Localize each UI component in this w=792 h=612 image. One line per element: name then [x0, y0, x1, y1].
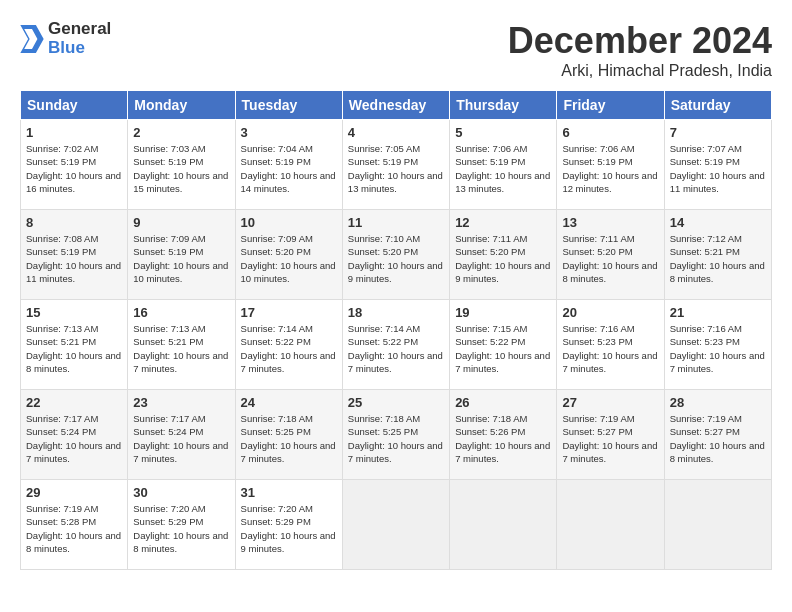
day-number: 23: [133, 395, 229, 410]
day-info: Sunrise: 7:18 AMSunset: 5:25 PMDaylight:…: [348, 412, 444, 465]
day-info: Sunrise: 7:16 AMSunset: 5:23 PMDaylight:…: [670, 322, 766, 375]
header-saturday: Saturday: [664, 91, 771, 120]
day-cell-1: 1Sunrise: 7:02 AMSunset: 5:19 PMDaylight…: [21, 120, 128, 210]
day-cell-8: 8Sunrise: 7:08 AMSunset: 5:19 PMDaylight…: [21, 210, 128, 300]
day-number: 31: [241, 485, 337, 500]
day-number: 3: [241, 125, 337, 140]
day-number: 12: [455, 215, 551, 230]
title-section: December 2024 Arki, Himachal Pradesh, In…: [508, 20, 772, 80]
day-number: 25: [348, 395, 444, 410]
day-info: Sunrise: 7:16 AMSunset: 5:23 PMDaylight:…: [562, 322, 658, 375]
day-cell-14: 14Sunrise: 7:12 AMSunset: 5:21 PMDayligh…: [664, 210, 771, 300]
day-info: Sunrise: 7:19 AMSunset: 5:28 PMDaylight:…: [26, 502, 122, 555]
day-number: 24: [241, 395, 337, 410]
day-cell-23: 23Sunrise: 7:17 AMSunset: 5:24 PMDayligh…: [128, 390, 235, 480]
day-info: Sunrise: 7:17 AMSunset: 5:24 PMDaylight:…: [133, 412, 229, 465]
day-number: 14: [670, 215, 766, 230]
day-cell-20: 20Sunrise: 7:16 AMSunset: 5:23 PMDayligh…: [557, 300, 664, 390]
day-number: 6: [562, 125, 658, 140]
day-info: Sunrise: 7:12 AMSunset: 5:21 PMDaylight:…: [670, 232, 766, 285]
subtitle: Arki, Himachal Pradesh, India: [508, 62, 772, 80]
calendar-header-row: SundayMondayTuesdayWednesdayThursdayFrid…: [21, 91, 772, 120]
day-info: Sunrise: 7:17 AMSunset: 5:24 PMDaylight:…: [26, 412, 122, 465]
calendar-table: SundayMondayTuesdayWednesdayThursdayFrid…: [20, 90, 772, 570]
day-info: Sunrise: 7:14 AMSunset: 5:22 PMDaylight:…: [241, 322, 337, 375]
day-cell-3: 3Sunrise: 7:04 AMSunset: 5:19 PMDaylight…: [235, 120, 342, 210]
page-container: General Blue December 2024 Arki, Himacha…: [20, 20, 772, 570]
day-cell-29: 29Sunrise: 7:19 AMSunset: 5:28 PMDayligh…: [21, 480, 128, 570]
day-info: Sunrise: 7:10 AMSunset: 5:20 PMDaylight:…: [348, 232, 444, 285]
day-number: 20: [562, 305, 658, 320]
header-sunday: Sunday: [21, 91, 128, 120]
day-cell-28: 28Sunrise: 7:19 AMSunset: 5:27 PMDayligh…: [664, 390, 771, 480]
day-cell-19: 19Sunrise: 7:15 AMSunset: 5:22 PMDayligh…: [450, 300, 557, 390]
header-monday: Monday: [128, 91, 235, 120]
day-number: 18: [348, 305, 444, 320]
day-number: 21: [670, 305, 766, 320]
day-info: Sunrise: 7:06 AMSunset: 5:19 PMDaylight:…: [562, 142, 658, 195]
week-row-3: 15Sunrise: 7:13 AMSunset: 5:21 PMDayligh…: [21, 300, 772, 390]
day-number: 9: [133, 215, 229, 230]
week-row-4: 22Sunrise: 7:17 AMSunset: 5:24 PMDayligh…: [21, 390, 772, 480]
day-number: 17: [241, 305, 337, 320]
week-row-2: 8Sunrise: 7:08 AMSunset: 5:19 PMDaylight…: [21, 210, 772, 300]
day-cell-31: 31Sunrise: 7:20 AMSunset: 5:29 PMDayligh…: [235, 480, 342, 570]
day-cell-5: 5Sunrise: 7:06 AMSunset: 5:19 PMDaylight…: [450, 120, 557, 210]
day-cell-15: 15Sunrise: 7:13 AMSunset: 5:21 PMDayligh…: [21, 300, 128, 390]
header-friday: Friday: [557, 91, 664, 120]
day-number: 1: [26, 125, 122, 140]
day-number: 8: [26, 215, 122, 230]
day-number: 29: [26, 485, 122, 500]
day-cell-7: 7Sunrise: 7:07 AMSunset: 5:19 PMDaylight…: [664, 120, 771, 210]
day-info: Sunrise: 7:04 AMSunset: 5:19 PMDaylight:…: [241, 142, 337, 195]
day-info: Sunrise: 7:18 AMSunset: 5:26 PMDaylight:…: [455, 412, 551, 465]
day-cell-27: 27Sunrise: 7:19 AMSunset: 5:27 PMDayligh…: [557, 390, 664, 480]
day-cell-17: 17Sunrise: 7:14 AMSunset: 5:22 PMDayligh…: [235, 300, 342, 390]
day-info: Sunrise: 7:11 AMSunset: 5:20 PMDaylight:…: [562, 232, 658, 285]
logo-general: General: [48, 20, 111, 39]
day-cell-25: 25Sunrise: 7:18 AMSunset: 5:25 PMDayligh…: [342, 390, 449, 480]
day-number: 5: [455, 125, 551, 140]
day-cell-6: 6Sunrise: 7:06 AMSunset: 5:19 PMDaylight…: [557, 120, 664, 210]
day-number: 26: [455, 395, 551, 410]
day-info: Sunrise: 7:06 AMSunset: 5:19 PMDaylight:…: [455, 142, 551, 195]
week-row-1: 1Sunrise: 7:02 AMSunset: 5:19 PMDaylight…: [21, 120, 772, 210]
logo-blue: Blue: [48, 39, 111, 58]
day-number: 19: [455, 305, 551, 320]
day-info: Sunrise: 7:11 AMSunset: 5:20 PMDaylight:…: [455, 232, 551, 285]
day-number: 28: [670, 395, 766, 410]
day-number: 4: [348, 125, 444, 140]
empty-cell: [450, 480, 557, 570]
day-cell-4: 4Sunrise: 7:05 AMSunset: 5:19 PMDaylight…: [342, 120, 449, 210]
day-info: Sunrise: 7:13 AMSunset: 5:21 PMDaylight:…: [26, 322, 122, 375]
day-info: Sunrise: 7:09 AMSunset: 5:19 PMDaylight:…: [133, 232, 229, 285]
day-cell-16: 16Sunrise: 7:13 AMSunset: 5:21 PMDayligh…: [128, 300, 235, 390]
day-number: 16: [133, 305, 229, 320]
day-number: 30: [133, 485, 229, 500]
day-info: Sunrise: 7:20 AMSunset: 5:29 PMDaylight:…: [241, 502, 337, 555]
day-cell-18: 18Sunrise: 7:14 AMSunset: 5:22 PMDayligh…: [342, 300, 449, 390]
day-info: Sunrise: 7:09 AMSunset: 5:20 PMDaylight:…: [241, 232, 337, 285]
day-info: Sunrise: 7:19 AMSunset: 5:27 PMDaylight:…: [670, 412, 766, 465]
day-number: 11: [348, 215, 444, 230]
day-cell-13: 13Sunrise: 7:11 AMSunset: 5:20 PMDayligh…: [557, 210, 664, 300]
week-row-5: 29Sunrise: 7:19 AMSunset: 5:28 PMDayligh…: [21, 480, 772, 570]
logo-icon: [20, 25, 44, 53]
header-thursday: Thursday: [450, 91, 557, 120]
empty-cell: [664, 480, 771, 570]
day-number: 7: [670, 125, 766, 140]
day-cell-22: 22Sunrise: 7:17 AMSunset: 5:24 PMDayligh…: [21, 390, 128, 480]
header: General Blue December 2024 Arki, Himacha…: [20, 20, 772, 80]
header-wednesday: Wednesday: [342, 91, 449, 120]
day-info: Sunrise: 7:03 AMSunset: 5:19 PMDaylight:…: [133, 142, 229, 195]
day-info: Sunrise: 7:13 AMSunset: 5:21 PMDaylight:…: [133, 322, 229, 375]
day-cell-21: 21Sunrise: 7:16 AMSunset: 5:23 PMDayligh…: [664, 300, 771, 390]
logo[interactable]: General Blue: [20, 20, 111, 57]
day-info: Sunrise: 7:14 AMSunset: 5:22 PMDaylight:…: [348, 322, 444, 375]
day-info: Sunrise: 7:18 AMSunset: 5:25 PMDaylight:…: [241, 412, 337, 465]
day-info: Sunrise: 7:19 AMSunset: 5:27 PMDaylight:…: [562, 412, 658, 465]
day-cell-30: 30Sunrise: 7:20 AMSunset: 5:29 PMDayligh…: [128, 480, 235, 570]
day-number: 2: [133, 125, 229, 140]
day-info: Sunrise: 7:20 AMSunset: 5:29 PMDaylight:…: [133, 502, 229, 555]
empty-cell: [342, 480, 449, 570]
